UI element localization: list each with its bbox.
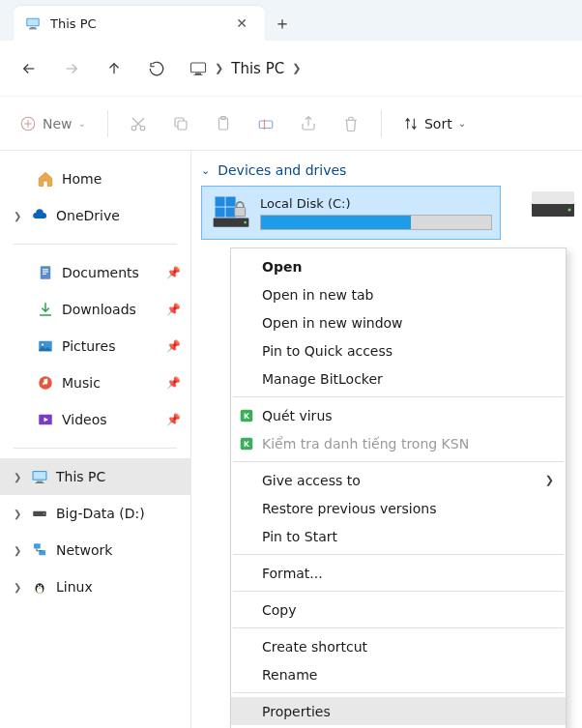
menu-give-access-to[interactable]: Give access to ❯ [231, 466, 566, 494]
menu-scan-virus[interactable]: K Quét virus [231, 401, 566, 429]
sidebar-item-bigdata[interactable]: ❯ Big-Data (D:) [0, 495, 190, 532]
sidebar-item-onedrive[interactable]: ❯ OneDrive [0, 197, 190, 234]
sidebar-item-downloads[interactable]: Downloads 📌 [0, 291, 190, 328]
sidebar-label: This PC [56, 469, 181, 484]
svg-rect-34 [214, 218, 249, 227]
sidebar-item-home[interactable]: Home [0, 160, 190, 197]
rename-button[interactable] [247, 106, 284, 141]
separator [14, 244, 177, 245]
copy-button[interactable] [162, 106, 199, 141]
kaspersky-icon: K [239, 408, 254, 423]
command-bar: New ⌄ Sort ⌄ [0, 97, 582, 151]
sidebar-label: Documents [62, 265, 159, 280]
pin-icon[interactable]: 📌 [166, 339, 181, 353]
svg-rect-17 [43, 274, 46, 275]
forward-button[interactable] [52, 49, 91, 88]
chevron-down-icon[interactable]: ⌄ [201, 164, 210, 177]
pin-icon[interactable]: 📌 [166, 266, 181, 279]
svg-point-43 [568, 209, 571, 212]
cut-button[interactable] [120, 106, 157, 141]
svg-rect-40 [235, 208, 246, 217]
menu-open[interactable]: Open [231, 252, 566, 280]
share-button[interactable] [290, 106, 327, 141]
drive-local-c[interactable]: Local Disk (C:) [201, 186, 501, 240]
close-tab-button[interactable]: ✕ [230, 14, 253, 33]
delete-button[interactable] [333, 106, 369, 141]
svg-rect-15 [43, 269, 48, 270]
network-icon [31, 541, 48, 559]
svg-rect-38 [216, 208, 225, 218]
back-button[interactable] [10, 49, 48, 88]
sidebar-label: Pictures [62, 338, 159, 354]
menu-create-shortcut[interactable]: Create shortcut [231, 632, 566, 660]
new-tab-button[interactable]: ＋ [265, 6, 300, 41]
menu-rename[interactable]: Rename [231, 660, 566, 688]
chevron-right-icon[interactable]: ❯ [292, 62, 301, 74]
separator [233, 396, 564, 397]
sidebar-item-videos[interactable]: Videos 📌 [0, 401, 190, 438]
svg-rect-13 [259, 121, 273, 129]
svg-point-32 [38, 585, 40, 587]
menu-open-new-tab[interactable]: Open in new tab [231, 280, 566, 308]
pin-icon[interactable]: 📌 [166, 413, 181, 426]
pin-icon[interactable]: 📌 [166, 303, 181, 316]
menu-copy[interactable]: Copy [231, 596, 566, 624]
svg-rect-3 [29, 28, 37, 29]
address-location[interactable]: This PC [231, 60, 284, 77]
sidebar-item-linux[interactable]: ❯ Linux [0, 568, 190, 605]
chevron-right-icon[interactable]: ❯ [14, 509, 23, 519]
svg-rect-36 [216, 197, 225, 207]
up-button[interactable] [95, 49, 133, 88]
paste-button[interactable] [205, 106, 242, 141]
address-bar[interactable]: ❯ This PC ❯ [189, 51, 572, 86]
menu-restore-versions[interactable]: Restore previous versions [231, 494, 566, 522]
sidebar-item-documents[interactable]: Documents 📌 [0, 254, 190, 291]
menu-format[interactable]: Format... [231, 559, 566, 587]
monitor-icon [31, 468, 48, 485]
separator [14, 448, 177, 449]
new-button[interactable]: New ⌄ [10, 106, 96, 141]
chevron-right-icon[interactable]: ❯ [14, 211, 23, 221]
picture-icon [37, 337, 54, 355]
group-header[interactable]: ⌄ Devices and drives [201, 162, 572, 178]
tab-bar: This PC ✕ ＋ [0, 0, 582, 41]
svg-point-19 [42, 343, 44, 345]
chevron-right-icon[interactable]: ❯ [14, 545, 23, 556]
sidebar-label: Home [62, 171, 181, 187]
svg-rect-4 [191, 63, 206, 73]
sidebar-item-pictures[interactable]: Pictures 📌 [0, 328, 190, 364]
sidebar-item-music[interactable]: Music 📌 [0, 364, 190, 401]
kaspersky-icon: K [239, 436, 254, 451]
navigation-bar: ❯ This PC ❯ [0, 41, 582, 97]
svg-point-33 [41, 585, 43, 587]
menu-pin-start[interactable]: Pin to Start [231, 522, 566, 550]
chevron-down-icon: ⌄ [458, 118, 466, 129]
menu-open-new-window[interactable]: Open in new window [231, 308, 566, 336]
chevron-right-icon[interactable]: ❯ [14, 582, 23, 593]
chevron-right-icon[interactable]: ❯ [215, 62, 223, 74]
menu-manage-bitlocker[interactable]: Manage BitLocker [231, 364, 566, 393]
download-icon [37, 301, 54, 318]
svg-rect-10 [178, 121, 187, 130]
menu-pin-quick-access[interactable]: Pin to Quick access [231, 336, 566, 364]
sort-button[interactable]: Sort ⌄ [393, 106, 476, 141]
separator [381, 110, 382, 137]
refresh-button[interactable] [137, 49, 176, 88]
svg-rect-1 [27, 19, 38, 26]
drive-other[interactable] [530, 189, 576, 220]
svg-point-27 [44, 513, 45, 515]
svg-rect-28 [34, 543, 41, 548]
svg-rect-37 [226, 197, 236, 207]
svg-rect-42 [532, 191, 574, 204]
sidebar-item-thispc[interactable]: ❯ This PC [0, 458, 190, 495]
menu-properties[interactable]: Properties [231, 697, 566, 725]
pin-icon[interactable]: 📌 [166, 376, 181, 390]
svg-rect-14 [41, 266, 51, 279]
chevron-right-icon[interactable]: ❯ [14, 472, 23, 482]
svg-rect-6 [194, 74, 203, 75]
menu-ksn-check: K Kiểm tra danh tiếng trong KSN [231, 429, 566, 457]
sidebar-item-network[interactable]: ❯ Network [0, 532, 190, 568]
new-label: New [43, 116, 73, 131]
window-tab[interactable]: This PC ✕ [14, 6, 265, 41]
storage-bar [260, 215, 492, 230]
